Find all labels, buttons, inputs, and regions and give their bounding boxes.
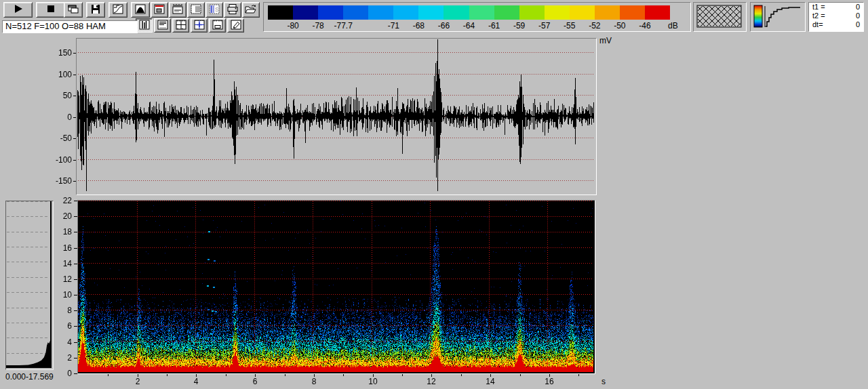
waveform-y-tick-label: 0: [50, 112, 72, 122]
colorbar-tick-label: -46: [639, 21, 650, 30]
pencil-icon: [229, 20, 243, 32]
response-curve-button[interactable]: [108, 2, 127, 18]
colorbar-tick-label: -59: [513, 21, 525, 30]
spectrum-profile-panel: [5, 201, 54, 370]
axis-tick: [255, 374, 256, 377]
colorbar-tick-label: -52: [589, 21, 600, 30]
colorbar-segment: [545, 5, 570, 20]
play-icon: [11, 4, 26, 16]
colorbar-tick-label: -64: [463, 21, 475, 30]
colorbar-tick-label: -66: [438, 21, 450, 30]
palette-icon: [189, 4, 203, 16]
axis-tick: [402, 374, 403, 376]
gamma-curve-icon: [751, 3, 804, 30]
stop-button[interactable]: [36, 2, 65, 18]
colorbar-tick-label: -68: [413, 21, 425, 30]
colorbar-segment: [293, 5, 318, 20]
spectrogram-x-tick-label: 14: [480, 377, 500, 386]
colorbar-segment: [393, 5, 418, 20]
spectrogram-canvas[interactable]: [78, 201, 593, 372]
axis-tick: [490, 374, 491, 377]
colorbar-gradient: [268, 5, 670, 20]
horizontal-lines-icon: [156, 20, 170, 32]
svg-text:S: S: [215, 6, 219, 13]
spectrogram-x-tick-label: 4: [186, 377, 206, 386]
axis-tick: [431, 374, 432, 377]
transfer-curve-indicator: [750, 2, 806, 32]
inset-box-icon: [211, 20, 224, 32]
axis-tick: [226, 374, 226, 376]
print-button[interactable]: [224, 2, 241, 18]
printer-icon: [226, 4, 239, 16]
spectrogram-x-tick-label: 10: [363, 377, 383, 386]
open-folder-icon: [244, 4, 258, 16]
colorbar-segment: [519, 5, 545, 20]
waveform-y-tick-label: 50: [50, 91, 72, 100]
waveform-plot: [76, 38, 597, 195]
t2-row: t2 = 0: [809, 12, 863, 20]
status-readout: N=512 F=100 O=88 HAM: [2, 20, 138, 33]
colorbar-segment: [368, 5, 393, 20]
colorbar-tick-label: -80: [287, 21, 298, 30]
cascade-button[interactable]: [64, 2, 83, 18]
axis-tick: [285, 374, 285, 376]
waveform-y-tick-label: -150: [50, 176, 72, 186]
colorbar-segment: [620, 5, 645, 20]
save-button[interactable]: [86, 2, 105, 18]
axis-tick: [167, 374, 167, 376]
t2-label: t2 =: [812, 12, 825, 20]
colorbar-tick-label: -55: [564, 21, 575, 30]
spectrogram-x-tick-label: 2: [127, 377, 148, 386]
time-range-label: 0.000-17.569: [5, 372, 54, 382]
waveform-y-tick-label: -50: [50, 134, 72, 143]
dt-value: 0: [856, 20, 860, 29]
axis-tick: [549, 374, 550, 377]
t1-value: 0: [856, 3, 860, 12]
colorbar-segment: [318, 5, 343, 20]
response-curve-icon: [111, 4, 125, 16]
scale-marks-icon: [171, 4, 184, 16]
time-scale-button[interactable]: [169, 2, 186, 18]
window-function-button[interactable]: [131, 2, 150, 18]
axis-tick: [196, 374, 197, 377]
edit-notes-button[interactable]: [227, 18, 244, 33]
scroll-s-icon: S: [208, 4, 221, 16]
status-text: N=512 F=100 O=88 HAM: [5, 21, 106, 31]
cascade-windows-icon: [66, 4, 80, 16]
palette-button[interactable]: [187, 2, 205, 18]
waveform-canvas[interactable]: [77, 39, 595, 193]
display-options-button[interactable]: [151, 2, 168, 18]
colorbar-tick-label: -50: [614, 21, 625, 30]
spectrogram-x-tick-label: 16: [539, 377, 559, 386]
t1-row: t1 = 0: [809, 3, 863, 12]
view-inset-button[interactable]: [209, 18, 226, 33]
axis-tick: [314, 374, 315, 377]
spectrogram-unit-label: s: [601, 377, 606, 386]
colorbar-segment: [343, 5, 368, 20]
open-file-button[interactable]: [242, 2, 260, 18]
colorbar-tick-label: -61: [488, 21, 500, 30]
waveform-y-tick-label: 150: [50, 48, 72, 58]
axis-tick: [578, 374, 579, 376]
view-spectrogram-button[interactable]: [154, 18, 171, 33]
dt-row: dt= 0: [809, 20, 863, 29]
play-button[interactable]: [3, 2, 33, 18]
spectrogram-x-tick-label: 12: [421, 377, 441, 386]
axis-tick: [343, 374, 344, 376]
scroll-button[interactable]: S: [205, 2, 223, 18]
colorbar-panel: -80-78-77.7-71-68-66-64-61-59-57-55-52-5…: [263, 2, 691, 32]
colorbar-segment: [570, 5, 595, 20]
axis-tick: [138, 374, 138, 377]
dt-label: dt=: [812, 20, 823, 29]
colorbar-segment: [469, 5, 494, 20]
colorbar-tick-label: -71: [388, 21, 399, 30]
colorbar-tick-label: -78: [312, 21, 323, 30]
spectrogram-plot: [77, 200, 595, 374]
view-cursors-button[interactable]: [191, 18, 208, 33]
view-waveform-button[interactable]: [136, 18, 153, 33]
colorbar-segment: [494, 5, 519, 20]
view-split-button[interactable]: [172, 18, 189, 33]
axis-tick: [461, 374, 462, 376]
blue-cross-icon: [193, 20, 206, 32]
colorbar-segment: [645, 5, 670, 20]
